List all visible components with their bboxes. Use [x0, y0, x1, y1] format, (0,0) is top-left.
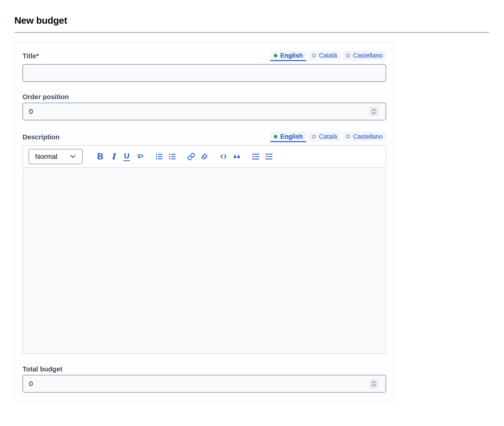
ordered-list-icon[interactable]: 1 2 3	[154, 151, 164, 162]
toolbar-group-block	[219, 151, 245, 162]
tab-language-english[interactable]: English	[270, 132, 307, 142]
order-position-label: Order position	[22, 93, 69, 101]
toolbar-group-link	[186, 151, 213, 162]
order-position-input[interactable]	[22, 103, 386, 120]
chevron-up-icon[interactable]	[372, 381, 376, 383]
svg-text:3: 3	[156, 157, 157, 160]
description-editor-content[interactable]	[23, 168, 386, 354]
line-break-icon[interactable]	[135, 151, 145, 162]
code-block-icon[interactable]	[219, 151, 228, 162]
page: New budget Title* English Català Castell…	[0, 0, 504, 415]
tab-language-english[interactable]: English	[270, 51, 307, 61]
format-selector-value: Normal	[35, 153, 58, 161]
inactive-language-dot-icon	[312, 135, 316, 138]
budget-form-card: Title* English Català Castellano	[14, 42, 394, 401]
indent-icon[interactable]	[251, 151, 260, 162]
description-label: Description	[22, 133, 60, 141]
order-position-label-row: Order position	[22, 93, 386, 101]
tab-label: Català	[319, 52, 337, 59]
inactive-language-dot-icon	[346, 135, 350, 138]
order-position-section: Order position	[22, 93, 386, 120]
total-budget-input[interactable]	[22, 375, 386, 392]
total-budget-label-row: Total budget	[22, 365, 386, 373]
toolbar-group-text-style: B I U	[96, 151, 149, 162]
total-budget-field	[22, 375, 386, 392]
title-label: Title*	[22, 52, 39, 60]
rich-text-editor: Normal B I U	[22, 145, 386, 354]
description-language-tabs: English Català Castellano	[270, 132, 386, 142]
toolbar-group-lists: 1 2 3	[154, 151, 181, 162]
inactive-language-dot-icon	[346, 54, 350, 57]
title-input[interactable]	[22, 64, 386, 82]
format-selector-dropdown[interactable]: Normal	[28, 149, 83, 164]
title-field-header: Title* English Català Castellano	[22, 50, 386, 62]
tab-language-castellano[interactable]: Castellano	[343, 51, 386, 61]
chevron-down-icon[interactable]	[372, 112, 376, 114]
italic-icon[interactable]: I	[109, 151, 118, 162]
divider	[14, 32, 489, 33]
total-budget-label: Total budget	[22, 365, 62, 373]
blockquote-icon[interactable]	[232, 151, 241, 162]
tab-language-catala[interactable]: Català	[309, 51, 340, 61]
chevron-down-icon[interactable]	[372, 384, 376, 387]
chevron-up-icon[interactable]	[372, 108, 376, 111]
description-section: Description English Català Castellano	[22, 131, 386, 354]
chevron-down-icon	[70, 155, 76, 159]
tab-language-catala[interactable]: Català	[309, 132, 340, 142]
total-budget-section: Total budget	[22, 365, 386, 392]
inactive-language-dot-icon	[312, 54, 316, 57]
bullet-list-icon[interactable]	[167, 151, 177, 162]
underline-icon[interactable]: U	[122, 151, 131, 162]
description-field-header: Description English Català Castellano	[22, 131, 386, 143]
title-language-tabs: English Català Castellano	[270, 51, 386, 61]
tab-label: Castellano	[353, 52, 383, 59]
editor-toolbar: Normal B I U	[23, 146, 386, 168]
toolbar-group-indent	[251, 151, 277, 162]
order-position-stepper[interactable]	[369, 107, 378, 116]
tab-language-castellano[interactable]: Castellano	[343, 132, 386, 142]
link-icon[interactable]	[186, 151, 196, 162]
order-position-field	[22, 103, 386, 120]
bold-icon[interactable]: B	[96, 151, 105, 162]
active-language-dot-icon	[274, 135, 277, 138]
tab-label: English	[280, 133, 303, 140]
clear-formatting-icon[interactable]	[200, 151, 209, 162]
tab-label: Castellano	[353, 133, 383, 140]
total-budget-stepper[interactable]	[369, 379, 378, 388]
tab-label: English	[280, 52, 303, 59]
tab-label: Català	[319, 133, 337, 140]
outdent-icon[interactable]	[264, 151, 274, 162]
page-title: New budget	[14, 15, 490, 26]
active-language-dot-icon	[274, 54, 277, 57]
